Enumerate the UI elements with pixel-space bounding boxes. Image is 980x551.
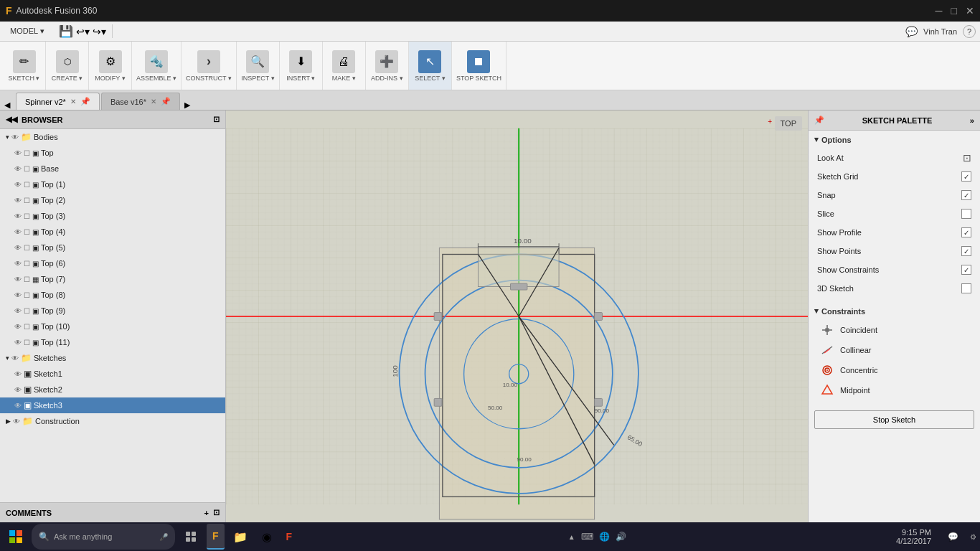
top3-check-icon[interactable]: ☐ (24, 212, 30, 220)
bodies-eye-icon[interactable]: 👁 (11, 133, 19, 141)
show-profile-checkbox[interactable]: ✓ (961, 227, 971, 237)
3d-sketch-checkbox[interactable] (961, 283, 971, 293)
tree-item-top3[interactable]: 👁 ☐ ▣ Top (3) (0, 208, 225, 224)
constraint-midpoint[interactable]: Midpoint (814, 380, 974, 400)
tree-item-sketch1[interactable]: 👁 ▣ Sketch1 (0, 366, 225, 382)
top10-check-icon[interactable]: ☐ (24, 323, 30, 331)
constraint-concentric[interactable]: Concentric (814, 360, 974, 380)
viewport-canvas[interactable]: 10.00 100 10.00 50.00 90.00 65.00 90.00 … (226, 110, 808, 522)
palette-pin-icon[interactable]: 📌 (814, 116, 824, 125)
comment-icon[interactable]: 💬 (905, 26, 918, 37)
tree-item-base[interactable]: 👁 ☐ ▣ Base (0, 161, 225, 176)
taskbar-app-chrome[interactable]: ◉ (256, 524, 278, 550)
slice-checkbox[interactable] (961, 209, 971, 219)
tree-item-top8[interactable]: 👁 ☐ ▣ Top (8) (0, 287, 225, 303)
tab-base[interactable]: Base v16* ✕ 📌 (101, 93, 180, 110)
option-show-points[interactable]: Show Points ✓ (814, 242, 974, 260)
tab-arrow-right[interactable]: ▶ (180, 100, 194, 110)
top8-check-icon[interactable]: ☐ (24, 291, 30, 299)
save-icon[interactable]: 💾 (59, 24, 73, 38)
taskbar-app-fusion[interactable]: F (207, 524, 225, 550)
top9-check-icon[interactable]: ☐ (24, 307, 30, 315)
sketch3-eye-icon[interactable]: 👁 (14, 402, 22, 410)
top2-check-icon[interactable]: ☐ (24, 197, 30, 204)
tab-arrow-left[interactable]: ◀ (0, 100, 14, 110)
comments-add-icon[interactable]: + (204, 509, 209, 517)
top11-check-icon[interactable]: ☐ (24, 339, 30, 347)
top1-check-icon[interactable]: ☐ (24, 181, 30, 189)
addins-tool-icon[interactable]: ➕ (375, 50, 398, 73)
construct-tool-icon[interactable]: › (197, 50, 220, 73)
tree-item-top1[interactable]: 👁 ☐ ▣ Top (1) (0, 176, 225, 192)
undo-icon[interactable]: ↩▾ (76, 26, 90, 37)
tree-item-top9[interactable]: 👁 ☐ ▣ Top (9) (0, 303, 225, 319)
tab-base-close[interactable]: ✕ (151, 98, 156, 105)
tree-item-top[interactable]: 👁 ☐ ▣ Top (0, 145, 225, 161)
tab-spinner[interactable]: Spinner v2* ✕ 📌 (16, 93, 100, 110)
tree-bodies-toggle[interactable]: ▾ 👁 📁 Bodies (0, 129, 225, 145)
start-button[interactable] (3, 524, 29, 550)
redo-icon[interactable]: ↪▾ (93, 26, 106, 37)
tree-item-top2[interactable]: 👁 ☐ ▣ Top (2) (0, 192, 225, 208)
stop-sketch-tool-icon[interactable]: ⏹ (467, 50, 490, 73)
model-menu[interactable]: MODEL ▾ (4, 24, 50, 38)
top5-eye-icon[interactable]: 👁 (14, 244, 22, 252)
taskbar-app-other[interactable]: F (281, 524, 298, 550)
select-tool-icon[interactable]: ↖ (418, 50, 441, 73)
tab-base-pin[interactable]: 📌 (161, 97, 171, 106)
close-button[interactable]: ✕ (966, 5, 974, 17)
browser-collapse-icon[interactable]: ◀◀ (6, 115, 17, 124)
sketch1-eye-icon[interactable]: 👁 (14, 370, 22, 378)
top8-eye-icon[interactable]: 👁 (14, 291, 22, 299)
top-eye-icon[interactable]: 👁 (14, 149, 22, 157)
options-chevron-icon[interactable]: ▾ (814, 135, 819, 144)
user-name[interactable]: Vinh Tran (923, 27, 957, 36)
help-icon[interactable]: ? (963, 25, 976, 38)
top1-eye-icon[interactable]: 👁 (14, 181, 22, 189)
top11-eye-icon[interactable]: 👁 (14, 339, 22, 347)
show-constraints-checkbox[interactable]: ✓ (961, 265, 971, 275)
maximize-button[interactable]: □ (951, 5, 957, 17)
make-tool-icon[interactable]: 🖨 (332, 50, 355, 73)
sketch-tool-icon[interactable]: ✏ (13, 50, 36, 73)
constraint-collinear[interactable]: Collinear (814, 340, 974, 360)
top10-eye-icon[interactable]: 👁 (14, 323, 22, 331)
tree-item-top7[interactable]: 👁 ☐ ▦ Top (7) (0, 271, 225, 287)
base-check-icon[interactable]: ☐ (24, 165, 30, 173)
tray-volume-icon[interactable]: 🔊 (616, 532, 626, 542)
top7-check-icon[interactable]: ☐ (24, 276, 30, 283)
look-at-button-icon[interactable]: ⊡ (963, 152, 971, 164)
tree-item-top5[interactable]: 👁 ☐ ▣ Top (5) (0, 240, 225, 255)
top4-check-icon[interactable]: ☐ (24, 228, 30, 236)
search-button[interactable]: 🔍 Ask me anything 🎤 (32, 524, 175, 550)
task-view-button[interactable] (178, 524, 204, 550)
top3-eye-icon[interactable]: 👁 (14, 212, 22, 220)
top6-check-icon[interactable]: ☐ (24, 260, 30, 268)
option-show-constraints[interactable]: Show Constraints ✓ (814, 260, 974, 279)
top6-eye-icon[interactable]: 👁 (14, 260, 22, 268)
tray-keyboard-icon[interactable]: ⌨ (581, 532, 593, 542)
tree-item-top4[interactable]: 👁 ☐ ▣ Top (4) (0, 224, 225, 240)
tree-construction-toggle[interactable]: ▶ 👁 📁 Construction (0, 413, 225, 429)
assemble-tool-icon[interactable]: 🔩 (145, 50, 168, 73)
constraints-chevron-icon[interactable]: ▾ (814, 306, 819, 316)
tree-sketches-toggle[interactable]: ▾ 👁 📁 Sketches (0, 350, 225, 366)
top-check-icon[interactable]: ☐ (24, 149, 30, 157)
tree-item-top10[interactable]: 👁 ☐ ▣ Top (10) (0, 319, 225, 334)
create-tool-icon[interactable]: ⬡ (56, 50, 79, 73)
settings-icon[interactable]: ⚙ (969, 524, 977, 550)
comments-resize-icon[interactable]: ⊡ (213, 508, 220, 517)
tree-item-top11[interactable]: 👁 ☐ ▣ Top (11) (0, 334, 225, 350)
notification-button[interactable]: 💬 (940, 524, 966, 550)
top7-eye-icon[interactable]: 👁 (14, 276, 22, 283)
top5-check-icon[interactable]: ☐ (24, 244, 30, 252)
tray-network-icon[interactable]: 🌐 (599, 532, 610, 542)
tab-spinner-pin[interactable]: 📌 (80, 97, 90, 106)
option-sketch-grid[interactable]: Sketch Grid ✓ (814, 167, 974, 186)
tab-spinner-close[interactable]: ✕ (70, 98, 76, 105)
snap-checkbox[interactable]: ✓ (961, 190, 971, 200)
palette-expand-icon[interactable]: » (970, 116, 974, 125)
tree-item-top6[interactable]: 👁 ☐ ▣ Top (6) (0, 255, 225, 271)
option-3d-sketch[interactable]: 3D Sketch (814, 279, 974, 298)
option-snap[interactable]: Snap ✓ (814, 186, 974, 204)
